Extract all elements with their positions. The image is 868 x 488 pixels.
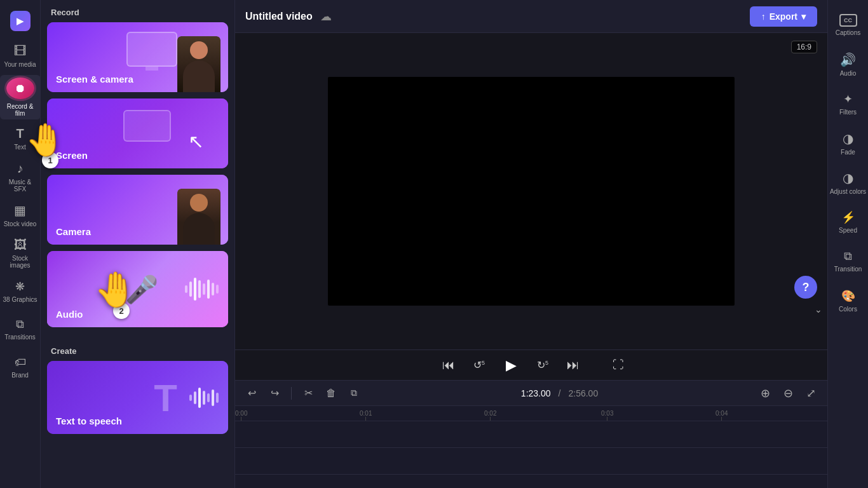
waveform-deco: [185, 278, 219, 301]
ruler-tick-1: 0:01: [360, 410, 372, 421]
preview-area: 16:9 ? ⌄: [235, 33, 827, 349]
app-logo[interactable]: ▶: [0, 5, 41, 37]
ruler-line-2: [490, 417, 491, 421]
video-title: Untitled video: [245, 11, 313, 22]
stock-images-icon: 🖼: [14, 238, 27, 252]
screen-monitor-deco: [123, 110, 171, 142]
captions-panel-item[interactable]: CC Captions: [828, 5, 869, 44]
sidebar-item-stock-images[interactable]: 🖼 Stock images: [0, 234, 41, 272]
transitions-icon: ⧉: [16, 318, 24, 331]
play-pause-button[interactable]: ▶: [499, 354, 522, 377]
sidebar-item-label-brand: Brand: [11, 372, 29, 379]
sidebar-item-your-media[interactable]: 🎞 Your media: [0, 37, 41, 75]
skip-forward-button[interactable]: ⏭: [563, 355, 583, 376]
timeline-ruler: 0:00 0:01 0:02 0:03 0:04: [235, 406, 827, 421]
brand-icon: 🏷: [15, 356, 26, 369]
ruler-line-1: [365, 417, 366, 421]
filters-panel-item[interactable]: ✦ Filters: [828, 84, 869, 123]
timeline-area: ↩ ↪ ✂ 🗑 ⧉ 1:23.00 / 2:56.00 ⊕ ⊖ ⤢ 0:00: [235, 380, 827, 488]
ruler-line-4: [721, 417, 722, 421]
collapse-button[interactable]: ⌄: [815, 304, 822, 315]
export-label: Export: [770, 11, 797, 22]
mic-icon-deco: 🎤: [125, 274, 158, 305]
speed-panel-item[interactable]: ⚡ Speed: [828, 202, 869, 241]
ruler-line-0: [241, 417, 241, 421]
camera-label: Camera: [56, 226, 91, 237]
filters-label: Filters: [839, 109, 857, 116]
sidebar-item-music[interactable]: ♪ Music & SFX: [0, 158, 41, 196]
cursor-decoration: ↖: [188, 130, 204, 152]
skip-back-button[interactable]: ⏮: [438, 355, 459, 376]
help-button[interactable]: ?: [794, 276, 817, 299]
screen-camera-card[interactable]: Screen & camera: [47, 22, 228, 92]
screen-label: Screen: [56, 150, 88, 161]
ruler-label-2: 0:02: [484, 410, 496, 417]
screen-card[interactable]: ↖ Screen: [47, 98, 228, 168]
duplicate-button[interactable]: ⧉: [345, 384, 363, 402]
cut-button[interactable]: ✂: [299, 384, 317, 402]
sidebar-item-graphics[interactable]: ❋ 38 Graphics: [0, 272, 41, 310]
sidebar-item-label-record: Record &film: [7, 103, 34, 117]
export-icon: ↑: [761, 11, 766, 22]
transition-label: Transition: [834, 266, 862, 273]
aspect-ratio-badge[interactable]: 16:9: [791, 41, 817, 53]
fit-to-window-button[interactable]: ⤢: [802, 384, 820, 402]
colors-icon: 🎨: [841, 289, 855, 303]
transition-icon: ⧉: [844, 250, 852, 263]
fade-panel-item[interactable]: ◑ Fade: [828, 123, 869, 163]
track-row-1: [235, 421, 827, 448]
ruler-line-3: [607, 417, 607, 421]
time-separator: /: [559, 388, 561, 398]
sidebar-item-label-stock-video: Stock video: [4, 220, 37, 227]
audio-card[interactable]: 🎤 Audio: [47, 251, 228, 327]
export-chevron-icon: ▾: [801, 11, 806, 22]
delete-button[interactable]: 🗑: [322, 384, 340, 402]
transition-panel-item[interactable]: ⧉ Transition: [828, 241, 869, 281]
fullscreen-button[interactable]: ⛶: [613, 358, 624, 372]
sidebar-item-transitions[interactable]: ⧉ Transitions: [0, 310, 41, 348]
track-row-2: [235, 448, 827, 475]
audio-label: Audio: [56, 309, 83, 320]
zoom-out-button[interactable]: ⊖: [779, 384, 797, 402]
music-icon: ♪: [17, 161, 24, 176]
screen-camera-label: Screen & camera: [56, 74, 133, 85]
colors-label: Colors: [839, 306, 857, 313]
ruler-tick-3: 0:03: [601, 410, 613, 421]
adjust-colors-label: Adjust colors: [830, 188, 866, 195]
tts-card[interactable]: T Text to speech: [47, 361, 228, 434]
rewind-5-button[interactable]: ↺5: [469, 355, 489, 376]
captions-label: Captions: [836, 29, 860, 36]
camera-card[interactable]: Camera: [47, 175, 228, 245]
camera-person-avatar: [177, 189, 220, 245]
text-icon: T: [16, 126, 24, 141]
cloud-save-icon[interactable]: ☁: [320, 10, 332, 24]
colors-panel-item[interactable]: 🎨 Colors: [828, 281, 869, 320]
audio-panel-item[interactable]: 🔊 Audio: [828, 44, 869, 84]
ruler-tick-0: 0:00: [235, 410, 247, 421]
stock-video-icon: ▦: [14, 203, 26, 218]
sidebar-item-label-text: Text: [14, 144, 25, 151]
redo-button[interactable]: ↪: [266, 384, 283, 402]
sidebar-item-label-transitions: Transitions: [4, 334, 36, 341]
video-preview: [328, 77, 735, 306]
record-circle-btn[interactable]: ⏺: [6, 78, 34, 99]
undo-button[interactable]: ↩: [243, 384, 261, 402]
sidebar-item-text[interactable]: T Text: [0, 119, 41, 158]
sidebar-item-brand[interactable]: 🏷 Brand: [0, 348, 41, 386]
forward-5-button[interactable]: ↻5: [532, 355, 553, 376]
record-icon: ⏺: [15, 82, 26, 95]
create-section-title: Create: [41, 339, 234, 361]
sidebar-item-stock-video[interactable]: ▦ Stock video: [0, 196, 41, 234]
media-icon: 🎞: [14, 44, 27, 58]
top-bar: Untitled video ☁ ↑ Export ▾: [235, 0, 827, 33]
ruler-label-3: 0:03: [601, 410, 613, 417]
sidebar-item-label-your-media: Your media: [4, 61, 36, 68]
zoom-in-button[interactable]: ⊕: [756, 384, 774, 402]
adjust-colors-icon: ◑: [843, 170, 853, 186]
audio-icon: 🔊: [840, 52, 856, 67]
adjust-colors-panel-item[interactable]: ◑ Adjust colors: [828, 163, 869, 202]
sidebar-item-record[interactable]: ⏺ Record &film: [0, 75, 41, 119]
captions-icon: CC: [839, 14, 857, 27]
sidebar-item-label-graphics: 38 Graphics: [3, 296, 37, 303]
export-button[interactable]: ↑ Export ▾: [750, 6, 817, 27]
